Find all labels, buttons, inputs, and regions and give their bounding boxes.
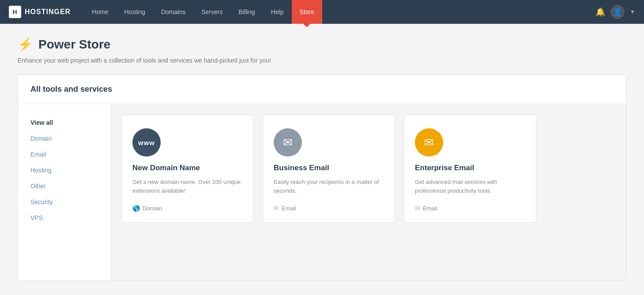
section-box: All tools and services View allDomainEma… (18, 75, 626, 281)
nav-menu: HomeHostingDomainsServersBillingHelpStor… (84, 0, 595, 24)
card-tag-icon: ✉ (274, 205, 279, 212)
card-tag: ✉ Email (415, 200, 525, 212)
sidebar-item-vps[interactable]: VPS (18, 210, 110, 226)
section-body: View allDomainEmailHostingOtherSecurityV… (18, 104, 626, 280)
product-card[interactable]: www New Domain Name Get a new domain nam… (121, 115, 254, 223)
page-title: Power Store (38, 37, 110, 52)
card-tag-label: Email (282, 205, 296, 212)
nav-item-help[interactable]: Help (263, 0, 292, 24)
notifications-icon[interactable]: 🔔 (595, 7, 605, 17)
nav-item-domains[interactable]: Domains (153, 0, 193, 24)
sidebar-item-email[interactable]: Email (18, 146, 110, 162)
lightning-icon: ⚡ (18, 37, 33, 52)
card-title: Business Email (274, 164, 384, 172)
card-title: Enterprise Email (415, 164, 525, 172)
sidebar-item-hosting[interactable]: Hosting (18, 162, 110, 178)
nav-item-servers[interactable]: Servers (193, 0, 230, 24)
sidebar: View allDomainEmailHostingOtherSecurityV… (18, 104, 111, 280)
cards-area: www New Domain Name Get a new domain nam… (111, 104, 626, 280)
nav-item-hosting[interactable]: Hosting (116, 0, 153, 24)
brand-name: HOSTINGER (25, 8, 71, 16)
sidebar-item-security[interactable]: Security (18, 194, 110, 210)
section-title: All tools and services (30, 85, 112, 93)
section-header: All tools and services (18, 75, 626, 104)
product-card[interactable]: ✉ Business Email Easily reach your recip… (263, 115, 395, 223)
navbar-right: 🔔 👤 ▼ (595, 5, 635, 19)
card-title: New Domain Name (132, 164, 243, 172)
card-tag-label: Email (423, 205, 437, 212)
card-tag-icon: 🌎 (132, 205, 140, 212)
card-description: Get a new domain name. Over 100 unique e… (132, 178, 243, 195)
navbar: H HOSTINGER HomeHostingDomainsServersBil… (0, 0, 644, 24)
card-tag: 🌎 Domain (132, 200, 243, 212)
nav-item-home[interactable]: Home (84, 0, 116, 24)
card-tag-icon: ✉ (415, 205, 420, 212)
brand-logo[interactable]: H HOSTINGER (9, 6, 71, 18)
avatar[interactable]: 👤 (610, 5, 625, 19)
card-icon: ✉ (415, 128, 443, 157)
page-subtitle: Enhance your web project with a collecti… (18, 57, 626, 64)
sidebar-item-domain[interactable]: Domain (18, 131, 110, 146)
page-header: ⚡ Power Store (18, 37, 626, 52)
card-icon: ✉ (274, 128, 302, 157)
account-dropdown-icon[interactable]: ▼ (630, 9, 635, 15)
card-tag: ✉ Email (274, 200, 384, 212)
nav-item-store[interactable]: Store (292, 0, 322, 24)
brand-icon: H (9, 6, 21, 18)
page-content: ⚡ Power Store Enhance your web project w… (0, 24, 644, 295)
product-card[interactable]: ✉ Enterprise Email Get advanced mail ser… (404, 115, 536, 223)
card-tag-label: Domain (143, 205, 162, 212)
sidebar-item-other[interactable]: Other (18, 178, 110, 194)
nav-item-billing[interactable]: Billing (230, 0, 263, 24)
sidebar-item-view-all[interactable]: View all (18, 115, 110, 131)
card-icon: www (132, 128, 161, 157)
card-description: Get advanced mail services with professi… (415, 178, 525, 195)
card-description: Easily reach your recipients in a matter… (274, 178, 384, 195)
